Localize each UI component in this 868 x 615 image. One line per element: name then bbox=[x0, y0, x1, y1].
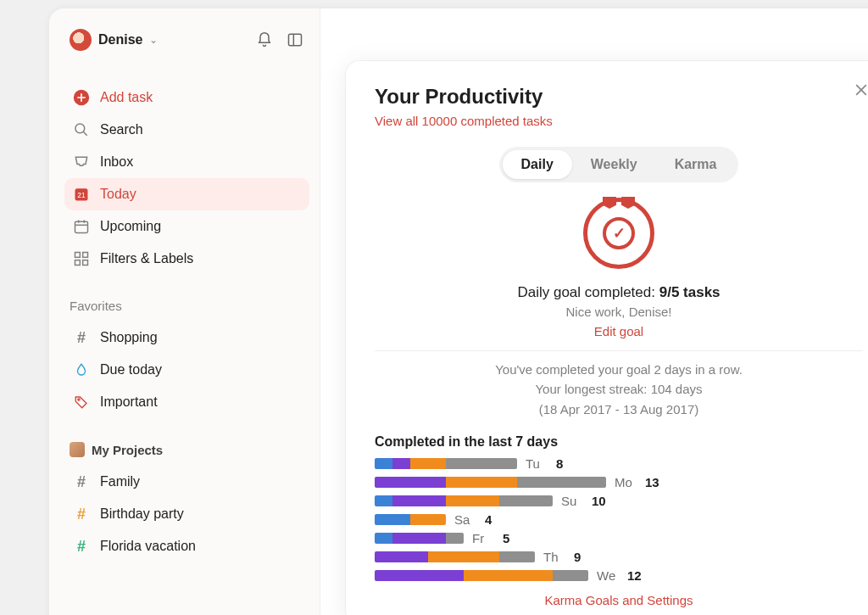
chart-bar bbox=[375, 514, 446, 525]
sidebar-item-filters[interactable]: Filters & Labels bbox=[64, 243, 309, 275]
chart-bar-value: 4 bbox=[485, 512, 492, 527]
favorite-important[interactable]: Important bbox=[64, 386, 309, 418]
chart-bar bbox=[375, 477, 606, 488]
hash-icon: # bbox=[73, 506, 90, 523]
svg-rect-7 bbox=[75, 221, 88, 232]
chart-bar-row: Fr5 bbox=[375, 531, 863, 545]
sidebar-item-label: Today bbox=[100, 187, 136, 202]
chevron-down-icon: ⌄ bbox=[149, 34, 158, 46]
productivity-modal: Your Productivity View all 10000 complet… bbox=[346, 61, 868, 615]
hash-icon: # bbox=[73, 538, 90, 555]
sidebar-item-label: Search bbox=[100, 122, 143, 137]
tab-karma[interactable]: Karma bbox=[656, 150, 736, 179]
chart-bar-day: Sa bbox=[454, 512, 476, 527]
hash-icon: # bbox=[73, 473, 90, 490]
svg-rect-0 bbox=[289, 34, 302, 45]
chart-bar-row: Th9 bbox=[375, 550, 863, 564]
chart-bar-row: Tu8 bbox=[375, 456, 863, 471]
add-task-button[interactable]: Add task bbox=[64, 81, 309, 114]
sidebar-item-label: Filters & Labels bbox=[100, 251, 193, 266]
chart-title: Completed in the last 7 days bbox=[375, 434, 863, 450]
streak-info: You've completed your goal 2 days in a r… bbox=[375, 360, 863, 419]
medal-icon: ✓ bbox=[583, 198, 654, 269]
goal-encouragement: Nice work, Denise! bbox=[375, 305, 863, 319]
svg-rect-13 bbox=[75, 260, 81, 266]
project-label: Family bbox=[100, 474, 140, 489]
favorite-shopping[interactable]: # Shopping bbox=[64, 321, 309, 354]
sidebar-item-upcoming[interactable]: Upcoming bbox=[64, 210, 309, 243]
sidebar-item-search[interactable]: Search bbox=[64, 114, 309, 146]
chart-bar bbox=[375, 533, 464, 544]
chart-bar-day: Th bbox=[543, 550, 565, 564]
sidebar-item-label: Upcoming bbox=[100, 219, 161, 234]
project-birthday[interactable]: # Birthday party bbox=[64, 498, 309, 530]
completed-chart: Tu8Mo13Su10Sa4Fr5Th9We12 bbox=[375, 456, 863, 583]
panel-icon bbox=[287, 31, 303, 48]
chart-bar-row: We12 bbox=[375, 568, 863, 583]
chart-bar-day: Mo bbox=[615, 475, 637, 489]
chart-bar bbox=[375, 458, 517, 469]
svg-rect-12 bbox=[83, 253, 88, 258]
plus-icon bbox=[73, 89, 90, 106]
project-label: Birthday party bbox=[100, 506, 184, 522]
chart-bar-row: Su10 bbox=[375, 494, 863, 508]
chart-bar bbox=[375, 570, 588, 581]
view-all-link[interactable]: View all 10000 completed tasks bbox=[375, 114, 863, 128]
projects-heading[interactable]: My Projects bbox=[64, 439, 309, 466]
sidebar-item-inbox[interactable]: Inbox bbox=[64, 146, 309, 178]
chart-bar-value: 5 bbox=[503, 531, 509, 545]
svg-line-4 bbox=[84, 132, 87, 136]
chart-bar-day: Fr bbox=[472, 531, 494, 545]
sidebar: Denise ⌄ Add task bbox=[49, 8, 320, 615]
favorite-label: Shopping bbox=[100, 330, 158, 345]
sidebar-item-today[interactable]: 21 Today bbox=[64, 178, 309, 210]
favorite-due-today[interactable]: Due today bbox=[64, 354, 309, 386]
svg-text:21: 21 bbox=[77, 191, 86, 199]
project-label: Florida vacation bbox=[100, 539, 196, 554]
project-family[interactable]: # Family bbox=[64, 466, 309, 498]
grid-icon bbox=[73, 250, 90, 267]
chart-bar-value: 8 bbox=[556, 456, 563, 471]
tab-segmented-control: Daily Weekly Karma bbox=[499, 147, 739, 182]
modal-title: Your Productivity bbox=[375, 85, 863, 109]
user-menu[interactable]: Denise ⌄ bbox=[70, 29, 158, 51]
bell-icon bbox=[256, 31, 273, 48]
add-task-label: Add task bbox=[100, 90, 153, 105]
chart-bar-row: Sa4 bbox=[375, 512, 863, 527]
tab-daily[interactable]: Daily bbox=[503, 150, 572, 179]
chart-bar-day: Su bbox=[561, 494, 583, 508]
goal-status: Daily goal completed: 9/5 tasks bbox=[375, 284, 863, 301]
chart-bar-value: 10 bbox=[592, 494, 606, 508]
today-icon: 21 bbox=[73, 186, 90, 203]
project-avatar-icon bbox=[70, 442, 85, 457]
karma-settings-link[interactable]: Karma Goals and Settings bbox=[375, 593, 863, 607]
chart-bar-value: 12 bbox=[627, 568, 642, 583]
close-icon bbox=[853, 81, 868, 98]
favorite-label: Important bbox=[100, 394, 158, 410]
edit-goal-link[interactable]: Edit goal bbox=[375, 324, 863, 338]
notifications-button[interactable] bbox=[255, 31, 274, 49]
chart-bar bbox=[375, 495, 553, 506]
chart-bar-value: 13 bbox=[645, 475, 659, 489]
sidebar-item-label: Inbox bbox=[100, 154, 133, 170]
chart-bar bbox=[375, 551, 535, 562]
svg-point-3 bbox=[75, 124, 85, 133]
favorite-label: Due today bbox=[100, 362, 162, 377]
favorites-heading: Favorites bbox=[64, 295, 309, 321]
chart-bar-row: Mo13 bbox=[375, 475, 863, 489]
avatar bbox=[70, 29, 92, 51]
calendar-icon bbox=[73, 218, 90, 235]
svg-point-15 bbox=[78, 399, 80, 400]
hash-icon: # bbox=[73, 329, 90, 346]
search-icon bbox=[73, 121, 90, 138]
layout-toggle-button[interactable] bbox=[286, 31, 304, 49]
inbox-icon bbox=[73, 154, 90, 171]
close-button[interactable] bbox=[853, 81, 868, 103]
svg-rect-11 bbox=[75, 253, 81, 258]
chart-bar-day: Tu bbox=[526, 456, 548, 471]
tab-weekly[interactable]: Weekly bbox=[572, 150, 656, 179]
chart-bar-value: 9 bbox=[574, 550, 581, 564]
svg-rect-14 bbox=[83, 260, 88, 266]
project-florida[interactable]: # Florida vacation bbox=[64, 530, 309, 562]
user-name: Denise bbox=[98, 32, 142, 48]
